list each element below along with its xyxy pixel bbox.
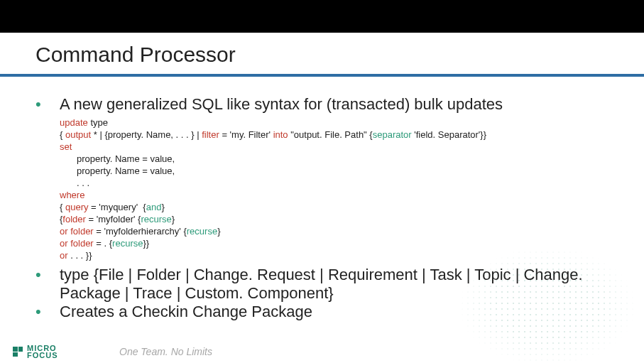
txt: 'field. Separator'}} xyxy=(412,129,486,140)
txt: = 'myquery' { xyxy=(89,202,146,212)
bullet-1: • A new generalized SQL like syntax for … xyxy=(36,95,644,114)
kw-update: update xyxy=(60,117,88,128)
bullet-3-text: Creates a Checkin Change Package xyxy=(60,303,312,321)
bullet-dot: • xyxy=(36,95,60,114)
txt: "output. File. Path" { xyxy=(288,129,373,140)
bullet-1-text: A new generalized SQL like syntax for (t… xyxy=(60,95,503,114)
bullet-3: • Creates a Checkin Change Package xyxy=(36,303,644,321)
footer-tagline: One Team. No Limits xyxy=(119,346,212,357)
txt: type xyxy=(88,117,108,128)
logo-text-2: FOCUS xyxy=(27,352,58,359)
txt: } xyxy=(217,226,220,237)
slide-title: Command Processor xyxy=(36,43,644,67)
kw-where: where xyxy=(60,190,84,200)
bullet-dot: • xyxy=(36,266,60,284)
txt: . . . }} xyxy=(68,250,92,261)
txt: = 'myfolderhierarchy' { xyxy=(94,226,187,237)
bullet-dot: • xyxy=(36,303,60,321)
txt: } xyxy=(161,202,164,212)
txt: property. Name = value, xyxy=(77,166,175,176)
bullet-2: • type {File | Folder | Change. Request … xyxy=(36,266,644,303)
kw-or: or xyxy=(60,226,68,237)
kw-into: into xyxy=(273,129,288,140)
txt: { xyxy=(60,129,65,140)
kw-filter: filter xyxy=(202,129,219,140)
txt: = . { xyxy=(94,238,112,249)
kw-folder: folder xyxy=(68,226,94,237)
syntax-block: update type { output * | {property. Name… xyxy=(60,117,644,261)
opt-and: and xyxy=(146,202,162,212)
txt: { xyxy=(60,202,65,212)
footer-logo: MICRO FOCUS xyxy=(13,345,58,359)
kw-folder: folder xyxy=(68,238,94,249)
kw-query: query xyxy=(65,202,89,212)
txt: }} xyxy=(143,238,149,249)
logo-icon xyxy=(13,347,23,357)
txt: * | {property. Name, . . . } | xyxy=(91,129,202,140)
top-bar xyxy=(0,0,644,33)
kw-output: output xyxy=(65,129,91,140)
txt: property. Name = value, xyxy=(77,153,175,164)
kw-or: or xyxy=(60,238,68,249)
txt: } xyxy=(172,214,175,224)
opt-recurse: recurse xyxy=(187,226,217,237)
opt-recurse: recurse xyxy=(112,238,143,249)
slide-body: • A new generalized SQL like syntax for … xyxy=(36,95,644,321)
bullet-2-text: type {File | Folder | Change. Request | … xyxy=(60,266,621,303)
kw-or: or xyxy=(60,250,68,261)
txt: . . . xyxy=(77,178,89,188)
title-underline xyxy=(0,74,644,77)
opt-recurse: recurse xyxy=(141,214,171,224)
txt: = 'my. Filter' xyxy=(219,129,273,140)
kw-set: set xyxy=(60,141,72,152)
opt-separator: separator xyxy=(373,129,412,140)
txt: = 'myfolder' { xyxy=(86,214,141,224)
kw-folder: folder xyxy=(62,214,86,224)
